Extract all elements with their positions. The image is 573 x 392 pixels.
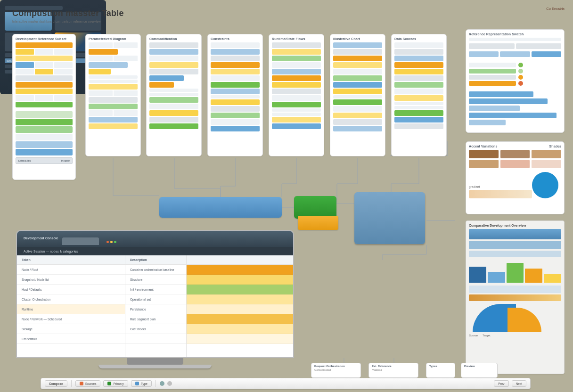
taskbar-item[interactable]: Type [131,380,152,387]
table-row[interactable]: Snapshot / Node list [17,275,125,285]
hub-block-storage [354,192,425,244]
hub-block-accent [298,216,338,230]
table-row[interactable]: Node / Network — Scheduled [17,314,125,324]
card-a-footer: ScheduledInspect [16,157,73,164]
taskbar-item[interactable]: Sources [75,380,101,387]
comparative-overview-card: Comparative Development Overview Source … [466,220,565,374]
traffic-lights-icon [106,241,116,243]
table-header-left: Token [17,255,125,265]
representation-swatch-card: Reference Representation Swatch [466,29,565,133]
chip-external[interactable]: Ext. ReferenceMapped [368,363,418,378]
brand-mark: Co Encatrix [546,7,565,11]
table-row[interactable]: Cluster Orchestration [17,294,125,304]
taskbar: Compose Sources Primary Type Prev Next [41,378,531,389]
taskbar-next-button[interactable]: Next [512,380,526,387]
hub-block-secondary [294,196,336,219]
hub-block-primary [159,197,282,218]
monitor-mock: Development Console Active Session — nod… [16,230,294,382]
table-row[interactable]: Node / Root [17,265,125,275]
card-a-header: Development Reference Subset [16,37,73,41]
column-card-2: Commodification [146,34,202,156]
reference-subset-card: Development Reference Subset ScheduledIn… [12,34,76,180]
column-card-6: Data Sources [391,34,447,156]
page-title: Compustion masster Table [12,8,124,18]
window-tab[interactable] [62,237,99,245]
column-card-1: Parameterized Diagram [85,34,141,156]
chip-preview[interactable]: Preview [461,363,498,378]
table-row[interactable]: Storage [17,324,125,334]
table-header-right: Description [125,255,186,265]
column-card-3: Constraints [207,34,263,156]
start-button[interactable]: Compose [45,380,67,387]
table-row[interactable]: Host / Defaults [17,285,125,294]
window-subbar: Active Session — nodes & categories [17,247,293,255]
taskbar-prev-button[interactable]: Prev [494,380,508,387]
circle-swatch [532,172,558,198]
table-row[interactable]: Runtime [17,304,125,314]
chip-request[interactable]: Request OrchestrationConsolidated [311,363,361,378]
taskbar-item[interactable]: Primary [103,380,128,387]
chip-types[interactable]: Types [426,363,455,378]
window-title: Development Console [24,237,58,240]
column-card-5: Illustrative Chart [330,34,385,156]
table-row[interactable]: Credentials [17,334,125,344]
page-subtitle: Interactive master dashboard comparison … [12,20,101,23]
accent-variations-card: Accent Variations Shades gradient [466,141,565,214]
column-card-4: Runtime/State Flows [269,34,324,156]
